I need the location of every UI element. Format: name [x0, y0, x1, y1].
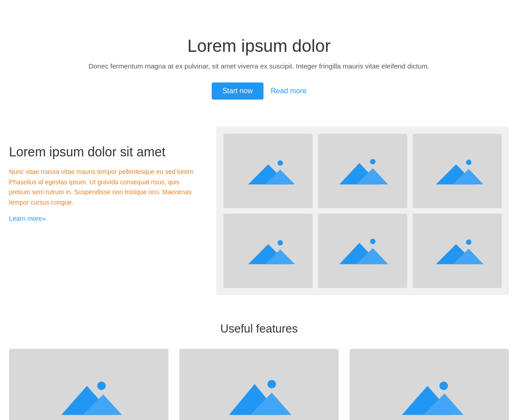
feature-image-2 — [180, 349, 338, 420]
svg-point-27 — [97, 381, 106, 390]
svg-point-11 — [466, 160, 471, 165]
grid-image-2 — [318, 134, 407, 208]
grid-image-4 — [223, 214, 313, 288]
start-now-button[interactable]: Start now — [212, 82, 264, 100]
hero-title: Lorem ipsum dolor — [18, 36, 500, 56]
svg-point-31 — [268, 379, 276, 388]
hero-section: Lorem ipsum dolor Donec fermentum magna … — [9, 18, 509, 127]
mid-section: Lorem ipsum dolor sit amet Nunc vitae ma… — [9, 127, 509, 295]
image-grid — [223, 134, 502, 288]
mid-body: Nunc vitae massa vitae mauris tempor pel… — [9, 167, 198, 207]
read-more-link[interactable]: Read more — [271, 87, 306, 95]
svg-point-3 — [277, 160, 283, 166]
features-section: Useful features Quisque Lorem ipsum dolo… — [9, 322, 509, 420]
image-grid-container — [216, 127, 509, 295]
mid-title: Lorem ipsum dolor sit amet — [9, 145, 198, 160]
hero-buttons: Start now Read more — [18, 82, 500, 100]
svg-point-35 — [440, 381, 448, 390]
svg-point-23 — [466, 239, 471, 245]
svg-point-7 — [370, 159, 375, 164]
grid-image-3 — [413, 134, 502, 208]
mid-text: Lorem ipsum dolor sit amet Nunc vitae ma… — [9, 127, 198, 223]
svg-point-19 — [370, 239, 375, 244]
grid-image-6 — [413, 214, 502, 288]
grid-image-5 — [318, 214, 407, 288]
feature-card-2: Maecenas Lorem ipsum dolor sit amet, con… — [179, 349, 339, 420]
grid-image-1 — [223, 134, 313, 208]
mid-learn-more-link[interactable]: Learn more» — [9, 215, 46, 222]
feature-image-3 — [350, 349, 509, 420]
feature-card-3: Pellentesque Lorem ipsum dolor sit amet,… — [350, 349, 509, 420]
feature-image-1 — [9, 349, 168, 420]
features-title: Useful features — [9, 322, 509, 335]
hero-subtitle: Donec fermentum magna at ex pulvinar, si… — [18, 62, 500, 70]
svg-point-15 — [277, 240, 283, 246]
features-grid: Quisque Lorem ipsum dolor sit amet, cons… — [9, 349, 509, 420]
feature-card-1: Quisque Lorem ipsum dolor sit amet, cons… — [9, 349, 168, 420]
